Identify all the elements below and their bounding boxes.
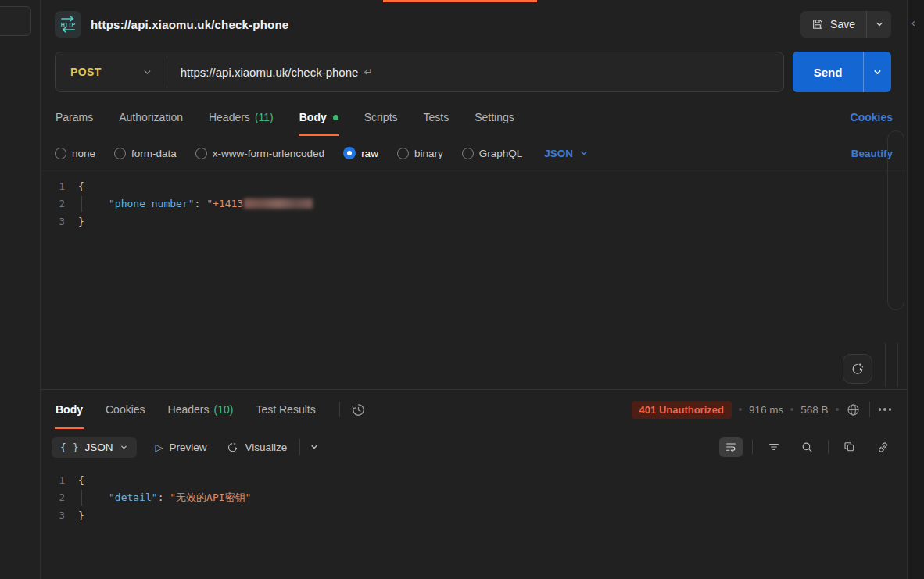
response-tab-cookies[interactable]: Cookies [105,390,146,429]
response-format-selector[interactable]: { } JSON [52,437,137,458]
status-badge[interactable]: 401 Unauthorized [632,401,732,419]
share-link-button[interactable] [871,437,894,457]
request-header-bar: HTTP https://api.xiaomu.uk/check-phone S… [41,0,907,48]
radio-icon[interactable] [114,148,126,159]
tab-body[interactable]: Body [299,98,339,136]
divider [299,439,300,455]
separator-dot [739,408,742,411]
http-method-icon: HTTP [55,11,81,38]
request-tabs: Params Authorization Headers(11) Body Sc… [41,98,907,136]
json-value: "+1413 [206,198,243,209]
save-options-caret[interactable] [866,11,891,38]
response-body-viewer[interactable]: 1 { 2 "detail": "无效的API密钥" 3 } [41,465,907,579]
chevron-down-icon [120,443,128,452]
wrap-text-button[interactable] [719,437,743,457]
save-label: Save [830,18,855,30]
request-body-editor[interactable]: 1 { 2 "phone_number": "+1413 3 } [41,170,907,389]
bodytype-none[interactable]: none [55,148,95,159]
divider [752,440,753,454]
bodytype-urlencoded[interactable]: x-www-form-urlencoded [195,148,324,159]
request-title: https://api.xiaomu.uk/check-phone [91,18,288,31]
globe-icon [846,402,861,417]
copy-button[interactable] [838,437,861,457]
line-number: 1 [41,180,78,192]
bodytype-raw[interactable]: raw [343,147,378,159]
save-button-main[interactable]: Save [800,11,866,38]
line-number: 2 [41,491,78,503]
save-icon [811,18,824,30]
line-number: 3 [41,216,78,227]
tab-tests[interactable]: Tests [423,98,450,136]
chevron-down-icon [872,67,883,77]
bodytype-form-data[interactable]: form-data [114,148,177,159]
response-tab-test-results[interactable]: Test Results [255,390,316,429]
response-tab-body[interactable]: Body [55,390,84,429]
radio-icon[interactable] [462,148,474,159]
braces-icon: { } [60,441,78,453]
line-number: 3 [41,509,78,521]
send-label[interactable]: Send [793,52,863,92]
tab-params[interactable]: Params [55,98,94,136]
left-sidebar-strip [0,0,41,579]
radio-selected-icon[interactable] [343,147,356,159]
save-button[interactable]: Save [800,11,891,38]
json-key: "detail" [109,491,158,503]
link-icon [876,441,890,454]
response-headers-count: (10) [214,403,234,416]
send-options-caret[interactable] [863,52,891,92]
code-line: 1 { [41,471,907,489]
preview-button[interactable]: ▷ Preview [156,441,207,453]
divider [339,402,340,417]
json-key: "phone_number" [109,198,195,209]
tab-authorization[interactable]: Authorization [118,98,184,136]
bodytype-binary[interactable]: binary [397,148,443,159]
postbot-button[interactable] [843,354,872,384]
divider [828,440,829,454]
beautify-link[interactable]: Beautify [851,148,893,159]
search-button[interactable] [795,437,818,457]
method-chevron-down-icon[interactable] [142,67,152,77]
chevron-down-icon [875,20,884,29]
radio-icon[interactable] [397,148,409,159]
response-status-bar: 401 Unauthorized 916 ms 568 B [632,401,891,419]
filter-button[interactable] [762,437,786,457]
response-tab-headers[interactable]: Headers(10) [167,390,235,429]
editor-scrollbar[interactable] [887,130,904,310]
url-input[interactable]: https://api.xiaomu.uk/check-phone [181,66,359,79]
line-number: 2 [41,198,78,209]
collapse-arrow-icon[interactable]: ‹ [911,17,915,28]
visualize-button[interactable]: Visualize [226,441,288,454]
response-size[interactable]: 568 B [800,404,828,416]
network-info-button[interactable] [846,402,861,417]
main-panel: HTTP https://api.xiaomu.uk/check-phone S… [41,0,907,579]
radio-icon[interactable] [55,148,66,159]
cookies-link-wrap: Cookies [851,98,893,136]
method-selector[interactable]: POST [56,66,102,78]
json-value: "无效的API密钥" [170,491,251,505]
url-input-box[interactable]: POST https://api.xiaomu.uk/check-phone ↵ [55,52,784,92]
visualize-sparkle-icon [226,441,239,454]
tab-settings[interactable]: Settings [474,98,515,136]
bodytype-graphql[interactable]: GraphQL [462,148,523,159]
language-selector[interactable]: JSON [544,148,589,159]
cookies-link[interactable]: Cookies [851,111,893,123]
sidebar-partial-tab[interactable] [0,6,31,36]
more-options-button[interactable] [879,408,892,411]
divider [869,402,870,417]
send-button[interactable]: Send [793,52,891,92]
code-line: 3 } [41,213,907,231]
tab-scripts[interactable]: Scripts [364,98,399,136]
code-line: 3 } [41,506,907,524]
tab-headers[interactable]: Headers(11) [208,98,274,136]
redacted-phone-blur [244,198,313,209]
response-history-button[interactable] [351,402,366,417]
postbot-icon [850,361,865,377]
radio-icon[interactable] [195,148,207,159]
visualize-options-caret[interactable] [310,442,319,452]
app-window: HTTP https://api.xiaomu.uk/check-phone S… [0,0,924,579]
search-icon [800,441,814,454]
play-icon: ▷ [156,441,163,453]
response-time[interactable]: 916 ms [749,404,783,416]
chevron-down-icon [579,148,589,158]
code-line: 1 { [41,177,907,195]
